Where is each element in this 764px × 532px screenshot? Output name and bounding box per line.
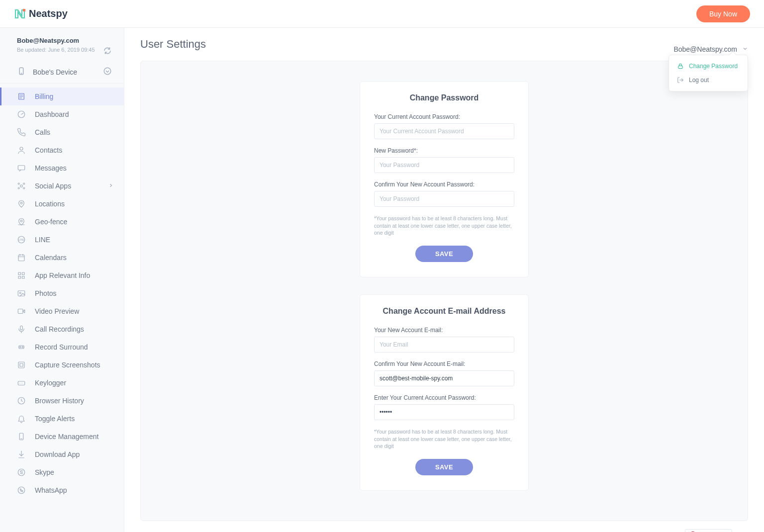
page-title: User Settings — [140, 38, 206, 51]
language-selector[interactable]: English — [685, 529, 732, 532]
svg-rect-0 — [23, 9, 25, 11]
geofence-icon — [17, 217, 26, 226]
card-title: Change Password — [374, 93, 514, 102]
contacts-icon — [17, 146, 26, 155]
change-password-card: Change Password Your Current Account Pas… — [360, 81, 529, 277]
sidebar-item-video[interactable]: Video Preview — [0, 302, 124, 320]
sidebar-item-skype[interactable]: Skype — [0, 463, 124, 481]
sidebar-item-label: Capture Screenshots — [35, 361, 100, 369]
sidebar-item-label: Device Management — [35, 433, 98, 441]
svg-point-16 — [20, 202, 22, 204]
sidebar-item-line[interactable]: LINELINE — [0, 231, 124, 249]
dropdown-logout[interactable]: Log out — [669, 73, 748, 87]
current-password-for-email-input[interactable] — [374, 404, 514, 420]
new-email-input[interactable] — [374, 337, 514, 353]
sidebar-item-billing[interactable]: Billing — [0, 88, 124, 105]
social-icon — [17, 181, 26, 190]
svg-rect-38 — [18, 381, 25, 385]
sidebar-item-label: Calendars — [35, 254, 67, 262]
svg-point-35 — [22, 347, 23, 348]
svg-point-13 — [23, 183, 25, 184]
sidebar-item-calls[interactable]: Calls — [0, 123, 124, 141]
buy-now-button[interactable]: Buy Now — [696, 5, 750, 22]
dropdown-item-label: Log out — [689, 77, 709, 84]
svg-point-17 — [20, 220, 22, 222]
svg-rect-47 — [678, 66, 682, 68]
sidebar-item-contacts[interactable]: Contacts — [0, 141, 124, 159]
save-email-button[interactable]: SAVE — [415, 459, 473, 475]
alerts-icon — [17, 414, 26, 423]
sidebar-item-dashboard[interactable]: Dashboard — [0, 105, 124, 123]
field-label: Your New Account E-mail: — [374, 327, 514, 334]
sidebar-item-locations[interactable]: Locations — [0, 195, 124, 213]
sidebar-item-label: Toggle Alerts — [35, 415, 75, 423]
keylogger-icon — [17, 378, 26, 387]
sidebar-item-label: App Relevant Info — [35, 271, 90, 279]
sidebar-item-mic[interactable]: Call Recordings — [0, 320, 124, 338]
current-password-input[interactable] — [374, 123, 514, 139]
svg-rect-30 — [18, 309, 23, 314]
sidebar-item-screenshot[interactable]: Capture Screenshots — [0, 356, 124, 374]
sidebar-item-photos[interactable]: Photos — [0, 284, 124, 302]
dashboard-icon — [17, 110, 26, 119]
sidebar-item-calendars[interactable]: Calendars — [0, 249, 124, 266]
device-label: Bobe's Device — [33, 68, 77, 76]
svg-rect-37 — [20, 363, 23, 366]
svg-rect-31 — [20, 326, 23, 330]
whatsapp-icon — [17, 486, 26, 495]
sidebar-item-label: Record Surround — [35, 343, 88, 351]
locations-icon — [17, 199, 26, 208]
svg-point-12 — [18, 183, 19, 184]
logo[interactable]: Neatspy — [14, 8, 68, 20]
apps-icon — [17, 271, 26, 280]
sidebar-item-social[interactable]: Social Apps — [0, 177, 124, 195]
sidebar-item-whatsapp[interactable]: WhatsApp — [0, 481, 124, 499]
svg-rect-25 — [22, 272, 25, 275]
field-label: Enter Your Current Account Password: — [374, 394, 514, 401]
sidebar-item-label: Geo-fence — [35, 218, 67, 226]
field-label: Confirm Your New Account Password: — [374, 181, 514, 188]
calls-icon — [17, 128, 26, 137]
svg-rect-36 — [18, 362, 24, 368]
logout-icon — [677, 77, 684, 84]
new-password-input[interactable] — [374, 157, 514, 173]
user-menu-trigger[interactable]: Bobe@Neatspy.com — [673, 45, 748, 53]
confirm-password-input[interactable] — [374, 191, 514, 207]
sidebar-item-download[interactable]: Download App — [0, 445, 124, 463]
sidebar-item-label: Photos — [35, 289, 57, 297]
sidebar-device[interactable]: Bobe's Device — [0, 61, 124, 84]
refresh-icon[interactable] — [103, 46, 112, 57]
sidebar-account: Bobe@Neatspy.com Be updated: June 6, 201… — [0, 37, 124, 61]
sidebar-item-label: Keylogger — [35, 379, 66, 387]
chevron-down-icon — [742, 45, 748, 53]
sidebar-item-label: WhatsApp — [35, 486, 67, 494]
sidebar-item-surround[interactable]: Record Surround — [0, 338, 124, 356]
footer: Copyright © 2020 Neatspy. All Right Rese… — [140, 521, 748, 532]
sidebar-item-label: Contacts — [35, 146, 62, 154]
sidebar-item-label: Call Recordings — [35, 325, 84, 333]
line-icon: LINE — [17, 235, 26, 244]
svg-rect-10 — [18, 166, 25, 170]
history-icon — [17, 396, 26, 405]
topbar: Neatspy Buy Now — [0, 0, 764, 28]
sidebar-item-label: Calls — [35, 128, 50, 136]
sidebar-item-label: Browser History — [35, 397, 84, 405]
sidebar-item-geofence[interactable]: Geo-fence — [0, 213, 124, 231]
header-user-email: Bobe@Neatspy.com — [673, 45, 737, 53]
svg-rect-20 — [18, 255, 24, 261]
sidebar-item-alerts[interactable]: Toggle Alerts — [0, 410, 124, 428]
sidebar-item-keylogger[interactable]: Keylogger — [0, 374, 124, 392]
save-password-button[interactable]: SAVE — [415, 246, 473, 262]
sidebar-email: Bobe@Neatspy.com — [17, 37, 112, 44]
screenshot-icon — [17, 360, 26, 369]
sidebar-item-apps[interactable]: App Relevant Info — [0, 266, 124, 284]
chevron-down-icon — [103, 67, 112, 77]
sidebar-item-devicemgmt[interactable]: Device Management — [0, 428, 124, 445]
sidebar-item-messages[interactable]: Messages — [0, 159, 124, 177]
svg-point-9 — [20, 147, 23, 150]
confirm-email-input[interactable] — [374, 370, 514, 386]
cards-area: Change Password Your Current Account Pas… — [140, 61, 748, 521]
lock-icon — [677, 63, 684, 70]
dropdown-change-password[interactable]: Change Password — [669, 59, 748, 73]
sidebar-item-history[interactable]: Browser History — [0, 392, 124, 410]
